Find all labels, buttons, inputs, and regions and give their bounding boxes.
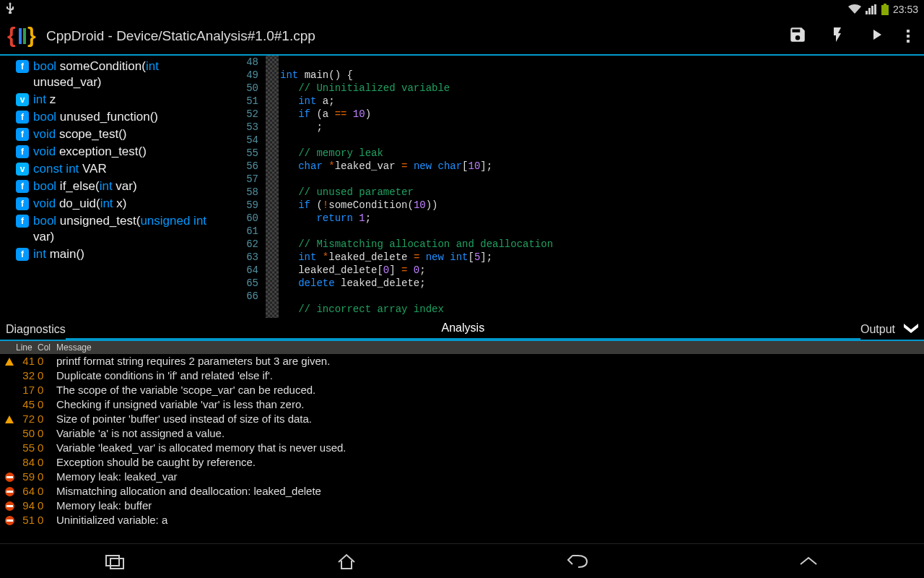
diagnostics-list[interactable]: 410printf format string requires 2 param… xyxy=(0,354,924,543)
diag-msg: printf format string requires 2 paramete… xyxy=(56,354,330,368)
symbol-item[interactable]: fbool unsigned_test(unsigned int var) xyxy=(0,212,230,246)
tab-analysis[interactable]: Analysis xyxy=(66,318,860,341)
diag-line: 84 xyxy=(16,455,38,470)
symbol-label: void scope_test() xyxy=(33,126,126,142)
diag-msg: Duplicate conditions in 'if' and related… xyxy=(56,368,273,383)
header-col: Col xyxy=(38,342,56,353)
svg-rect-7 xyxy=(110,558,123,569)
diag-msg: Variable 'a' is not assigned a value. xyxy=(56,426,225,441)
diag-col: 0 xyxy=(38,513,56,527)
header-msg: Message xyxy=(56,342,92,353)
usb-icon xyxy=(6,2,14,16)
diagnostic-row[interactable]: 410printf format string requires 2 param… xyxy=(0,354,924,368)
symbol-item[interactable]: fvoid exception_test() xyxy=(0,143,230,160)
symbol-badge-icon: v xyxy=(16,93,29,106)
diag-col: 0 xyxy=(38,426,56,441)
diag-col: 0 xyxy=(38,368,56,383)
diagnostic-row[interactable]: 720Size of pointer 'buffer' used instead… xyxy=(0,412,924,426)
battery-icon xyxy=(881,4,889,15)
diag-msg: Exception should be caught by reference. xyxy=(56,455,256,470)
overflow-menu-icon[interactable] xyxy=(907,30,910,43)
code-editor[interactable]: 48495051525354555657585960616263646566 i… xyxy=(230,56,924,318)
symbol-item[interactable]: fbool if_else(int var) xyxy=(0,178,230,195)
error-icon xyxy=(5,473,14,482)
line-gutter: 48495051525354555657585960616263646566 xyxy=(230,56,266,318)
diagnostic-row[interactable]: 590Memory leak: leaked_var xyxy=(0,470,924,484)
svg-text:{: { xyxy=(7,24,16,47)
nav-back-icon[interactable] xyxy=(556,553,599,570)
signal-icon xyxy=(866,4,877,14)
svg-rect-4 xyxy=(19,28,22,44)
symbol-label: void do_uid(int x) xyxy=(33,196,126,212)
diagnostic-row[interactable]: 320Duplicate conditions in 'if' and rela… xyxy=(0,368,924,383)
diagnostic-row[interactable]: 840Exception should be caught by referen… xyxy=(0,455,924,470)
symbol-label: const int VAR xyxy=(33,161,107,177)
diag-line: 50 xyxy=(16,426,38,441)
diag-col: 0 xyxy=(38,455,56,470)
diagnostic-row[interactable]: 450Checking if unsigned variable 'var' i… xyxy=(0,397,924,412)
symbol-item[interactable]: vint z xyxy=(0,91,230,108)
diag-col: 0 xyxy=(38,441,56,455)
nav-up-icon[interactable] xyxy=(787,554,830,569)
diag-line: 41 xyxy=(16,354,38,368)
nav-home-icon[interactable] xyxy=(325,553,368,570)
symbol-item[interactable]: fvoid scope_test() xyxy=(0,126,230,143)
diag-line: 64 xyxy=(16,484,38,499)
warning-icon xyxy=(5,415,14,423)
diag-line: 59 xyxy=(16,470,38,484)
diagnostic-row[interactable]: 170The scope of the variable 'scope_var'… xyxy=(0,383,924,397)
symbol-sidebar: fbool someCondition(int unused_var)vint … xyxy=(0,56,230,318)
bottom-tabs: Diagnostics Analysis Output xyxy=(0,318,924,341)
wifi-icon xyxy=(848,4,861,14)
symbol-label: bool someCondition(int unused_var) xyxy=(33,59,227,90)
symbol-label: bool unused_function() xyxy=(33,109,158,125)
diag-col: 0 xyxy=(38,397,56,412)
app-title: CppDroid - Device/StaticAnalysis#1.0#1.c… xyxy=(46,28,788,44)
diag-col: 0 xyxy=(38,470,56,484)
main-content: fbool someCondition(int unused_var)vint … xyxy=(0,56,924,318)
nav-recent-icon[interactable] xyxy=(94,553,137,570)
diag-line: 72 xyxy=(16,412,38,426)
error-icon xyxy=(5,501,14,511)
symbol-item[interactable]: fvoid do_uid(int x) xyxy=(0,195,230,212)
diag-msg: The scope of the variable 'scope_var' ca… xyxy=(56,383,315,397)
diag-line: 94 xyxy=(16,499,38,513)
tab-diagnostics[interactable]: Diagnostics xyxy=(0,319,66,340)
diag-msg: Uninitialized variable: a xyxy=(56,513,167,527)
symbol-item[interactable]: vconst int VAR xyxy=(0,160,230,178)
symbol-item[interactable]: fbool unused_function() xyxy=(0,108,230,126)
symbol-item[interactable]: fint main() xyxy=(0,246,230,263)
diagnostic-row[interactable]: 940Memory leak: buffer xyxy=(0,499,924,513)
symbol-label: int z xyxy=(33,92,56,108)
symbol-item[interactable]: fbool someCondition(int unused_var) xyxy=(0,58,230,91)
diag-line: 32 xyxy=(16,368,38,383)
svg-rect-1 xyxy=(884,4,886,5)
diag-msg: Size of pointer 'buffer' used instead of… xyxy=(56,412,312,426)
symbol-label: void exception_test() xyxy=(33,144,147,160)
symbol-badge-icon: f xyxy=(16,180,29,193)
save-icon[interactable] xyxy=(788,25,807,47)
expand-icon[interactable] xyxy=(901,321,921,340)
header-line: Line xyxy=(16,342,38,353)
diagnostic-row[interactable]: 640Mismatching allocation and deallocati… xyxy=(0,484,924,499)
symbol-badge-icon: f xyxy=(16,128,29,141)
fold-strip xyxy=(266,56,279,318)
clock: 23:53 xyxy=(893,4,918,15)
android-statusbar: 23:53 xyxy=(0,0,924,18)
diag-msg: Variable 'leaked_var' is allocated memor… xyxy=(56,441,346,455)
diag-line: 51 xyxy=(16,513,38,527)
diag-col: 0 xyxy=(38,499,56,513)
diag-line: 55 xyxy=(16,441,38,455)
diagnostic-row[interactable]: 510Uninitialized variable: a xyxy=(0,513,924,527)
code-area[interactable]: int main() { // Uninitialized variable i… xyxy=(280,56,924,318)
diag-msg: Memory leak: buffer xyxy=(56,499,152,513)
diagnostic-row[interactable]: 500Variable 'a' is not assigned a value. xyxy=(0,426,924,441)
warning-icon xyxy=(5,358,14,366)
diagnostic-row[interactable]: 550Variable 'leaked_var' is allocated me… xyxy=(0,441,924,455)
symbol-label: bool unsigned_test(unsigned int var) xyxy=(33,213,227,245)
symbol-badge-icon: f xyxy=(16,111,29,124)
symbol-badge-icon: f xyxy=(16,248,29,261)
play-icon[interactable] xyxy=(868,25,885,47)
diag-col: 0 xyxy=(38,354,56,368)
flash-icon[interactable] xyxy=(829,25,846,47)
